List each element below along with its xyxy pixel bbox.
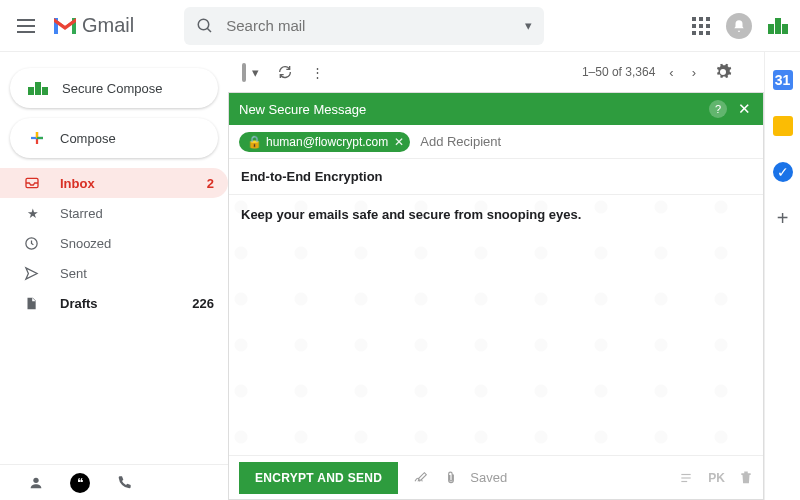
menu-icon[interactable] [12,12,40,40]
recipients-row[interactable]: 🔒 human@flowcrypt.com ✕ [229,125,763,159]
lock-icon: 🔒 [247,135,262,149]
nav-snoozed[interactable]: Snoozed [0,228,228,258]
nav-list: Inbox 2 ★ Starred Snoozed Sent Drafts 22… [0,168,228,318]
format-icon[interactable] [678,471,694,485]
add-recipient-input[interactable] [420,134,753,149]
message-body[interactable]: Keep your emails safe and secure from sn… [229,195,763,455]
secure-compose-button[interactable]: Secure Compose [10,68,218,108]
nav-count: 2 [207,176,214,191]
apps-icon[interactable] [692,17,710,35]
subject-input[interactable] [229,159,763,195]
nav-label: Snoozed [60,236,111,251]
nav-label: Drafts [60,296,98,311]
recipient-email: human@flowcrypt.com [266,135,388,149]
gmail-logo[interactable]: Gmail [52,14,134,37]
sidebar-footer: ❝ [0,464,228,500]
settings-icon[interactable] [714,63,732,81]
help-icon[interactable]: ? [709,100,727,118]
content-area: ▾ ⋮ 1–50 of 3,364 ‹ › New Secure Message… [228,52,764,500]
signature-icon[interactable] [412,470,430,486]
tasks-icon[interactable]: ✓ [773,162,793,182]
calendar-icon[interactable]: 31 [773,70,793,90]
notifications-icon[interactable] [726,13,752,39]
close-icon[interactable]: ✕ [735,100,753,118]
plus-icon [28,129,46,147]
side-panel: 31 ✓ + [764,52,800,500]
save-status: Saved [470,470,507,485]
secure-compose-label: Secure Compose [62,81,162,96]
svg-point-0 [198,19,209,30]
compose-button[interactable]: Compose [10,118,218,158]
nav-label: Starred [60,206,103,221]
nav-label: Inbox [60,176,95,191]
prev-page-icon[interactable]: ‹ [669,65,673,80]
nav-label: Sent [60,266,87,281]
gmail-m-icon [52,16,78,36]
clock-icon [24,236,42,251]
svg-line-1 [207,28,211,32]
search-input[interactable] [226,17,525,34]
hangouts-icon[interactable]: ❝ [70,473,90,493]
nav-drafts[interactable]: Drafts 226 [0,288,228,318]
search-options-icon[interactable]: ▾ [525,18,532,33]
attach-icon[interactable] [444,469,458,487]
compose-title: New Secure Message [239,102,366,117]
recipient-chip[interactable]: 🔒 human@flowcrypt.com ✕ [239,132,410,152]
compose-label: Compose [60,131,116,146]
encrypt-send-button[interactable]: ENCRYPT AND SEND [239,462,398,494]
svg-point-7 [33,477,38,482]
remove-recipient-icon[interactable]: ✕ [394,135,404,149]
app-name: Gmail [82,14,134,37]
add-addon-icon[interactable]: + [773,208,793,228]
phone-icon[interactable] [116,475,132,491]
select-dropdown-icon[interactable]: ▾ [252,65,259,80]
sidebar: Secure Compose Compose Inbox 2 ★ Starred… [0,52,228,500]
compose-window: New Secure Message ? ✕ 🔒 human@flowcrypt… [228,92,764,500]
keep-icon[interactable] [773,116,793,136]
nav-sent[interactable]: Sent [0,258,228,288]
page-count: 1–50 of 3,364 [582,65,655,79]
file-icon [24,296,42,311]
star-icon: ★ [24,206,42,221]
select-checkbox[interactable] [242,65,246,80]
nav-starred[interactable]: ★ Starred [0,198,228,228]
search-icon [196,17,214,35]
contacts-icon[interactable] [28,475,44,491]
compose-titlebar[interactable]: New Secure Message ? ✕ [229,93,763,125]
discard-icon[interactable] [739,470,753,486]
compose-footer: ENCRYPT AND SEND Saved PK [229,455,763,499]
nav-inbox[interactable]: Inbox 2 [0,168,228,198]
nav-count: 226 [192,296,214,311]
refresh-icon[interactable] [277,64,293,80]
app-header: Gmail ▾ [0,0,800,52]
flowcrypt-icon [28,82,48,95]
inbox-icon [24,175,42,191]
flowcrypt-logo-icon[interactable] [768,18,788,34]
mail-toolbar: ▾ ⋮ 1–50 of 3,364 ‹ › [228,52,764,92]
search-bar[interactable]: ▾ [184,7,544,45]
next-page-icon[interactable]: › [692,65,696,80]
send-icon [24,266,42,281]
more-icon[interactable]: ⋮ [311,65,324,80]
pubkey-icon[interactable]: PK [708,471,725,485]
